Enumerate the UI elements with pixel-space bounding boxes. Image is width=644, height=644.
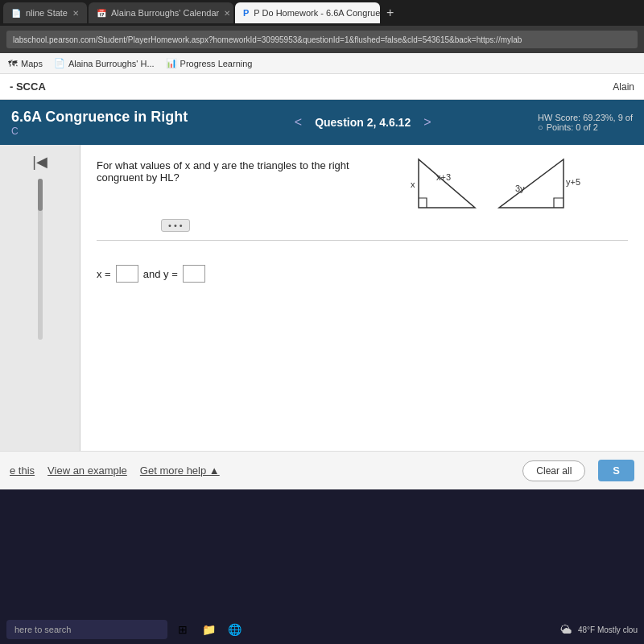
answer-area: x = and y = (97, 265, 628, 283)
weather-icon: 🌥 (560, 623, 572, 636)
bookmarks-bar: 🗺 Maps 📄 Alaina Burroughs' H... 📊 Progre… (0, 53, 644, 74)
tab-label-3: P Do Homework - 6.6A Congruen (254, 8, 380, 18)
tab-favicon-3: P (243, 8, 249, 18)
svg-text:x+3: x+3 (436, 172, 451, 182)
hw-score: HW Score: 69.23%, 9 of (538, 113, 633, 122)
main-content: - SCCA Alain 6.6A Congruence in Right C … (0, 74, 644, 489)
triangles-diagram: x x+3 3y y+5 (411, 151, 588, 224)
question-nav: < Question 2, 4.6.12 > (196, 114, 530, 131)
diagram-area: x x+3 3y y+5 (394, 159, 588, 227)
browser-chrome: 📄 nline State ✕ 📅 Alaina Burroughs' Cale… (0, 0, 644, 74)
bookmark-alaina[interactable]: 📄 Alaina Burroughs' H... (54, 58, 155, 69)
tab-close-2[interactable]: ✕ (224, 9, 230, 18)
tab-close-1[interactable]: ✕ (72, 9, 79, 18)
taskbar-chrome-icon[interactable]: 🌐 (225, 621, 243, 638)
lesson-header: 6.6A Congruence in Right C < Question 2,… (0, 100, 644, 145)
bottom-toolbar: e this View an example Get more help ▲ C… (0, 451, 644, 489)
tab-label-2: Alaina Burroughs' Calendar (111, 8, 219, 18)
taskbar-search-box[interactable]: here to search (6, 620, 167, 639)
get-help-button[interactable]: Get more help ▲ (140, 464, 220, 477)
answer-x-input[interactable] (116, 265, 138, 283)
address-text: labschool.pearson.com/Student/PlayerHome… (13, 35, 522, 44)
taskbar-search-placeholder: here to search (14, 625, 71, 634)
bookmark-maps-label: Maps (21, 59, 43, 68)
question-area: |◀ For what values of x and y are the tr… (0, 145, 644, 451)
question-sidebar: |◀ (0, 145, 80, 451)
back-arrow-button[interactable]: |◀ (32, 153, 47, 171)
expand-diagram-button[interactable]: • • • (161, 219, 190, 232)
tab-calendar[interactable]: 📅 Alaina Burroughs' Calendar ✕ (89, 2, 233, 23)
tab-homework[interactable]: P P Do Homework - 6.6A Congruen ✕ (235, 2, 380, 23)
tab-online-state[interactable]: 📄 nline State ✕ (3, 2, 87, 23)
address-bar[interactable]: labschool.pearson.com/Student/PlayerHome… (6, 31, 638, 48)
divider (97, 240, 628, 241)
answer-x-prefix: x = (97, 268, 111, 280)
scroll-thumb (38, 179, 43, 211)
bookmark-alaina-label: Alaina Burroughs' H... (68, 59, 155, 68)
tab-favicon-2: 📅 (97, 9, 106, 18)
alaina-icon: 📄 (54, 58, 65, 69)
progress-icon: 📊 (166, 58, 177, 69)
question-text: For what values of x and y are the trian… (97, 159, 370, 184)
taskbar-windows-icon[interactable]: ⊞ (174, 621, 192, 638)
question-label: Question 2, 4.6.12 (315, 116, 411, 129)
lesson-title: 6.6A Congruence in Right (11, 109, 188, 126)
bookmark-progress[interactable]: 📊 Progress Learning (166, 58, 253, 69)
question-main: For what values of x and y are the trian… (80, 145, 644, 451)
tab-label-1: nline State (26, 8, 68, 18)
svg-text:x: x (411, 180, 415, 189)
bookmark-maps[interactable]: 🗺 Maps (6, 58, 43, 69)
taskbar-icons: ⊞ 📁 🌐 (174, 621, 243, 638)
tab-favicon-1: 📄 (11, 9, 21, 18)
svg-text:3y: 3y (515, 184, 525, 193)
maps-icon: 🗺 (6, 58, 18, 69)
scroll-track[interactable] (38, 179, 43, 340)
clear-all-button[interactable]: Clear all (522, 460, 585, 481)
address-bar-row: labschool.pearson.com/Student/PlayerHome… (0, 26, 644, 53)
score-circle: ○ (538, 122, 543, 132)
site-user: Alain (613, 81, 634, 93)
site-header: - SCCA Alain (0, 74, 644, 100)
tab-bar: 📄 nline State ✕ 📅 Alaina Burroughs' Cale… (0, 0, 644, 26)
prev-question-button[interactable]: < (288, 114, 308, 131)
taskbar-right: 🌥 48°F Mostly clou (560, 623, 638, 636)
answer-and-label: and y = (143, 268, 178, 280)
points-label: Points: 0 of 2 (547, 122, 598, 132)
save-this-button[interactable]: e this (10, 464, 35, 477)
answer-y-input[interactable] (183, 265, 205, 283)
svg-text:y+5: y+5 (566, 177, 580, 187)
taskbar-files-icon[interactable]: 📁 (200, 621, 217, 638)
taskbar: here to search ⊞ 📁 🌐 🌥 48°F Mostly clou (0, 615, 644, 644)
site-brand: - SCCA (10, 80, 46, 93)
weather-label: 48°F Mostly clou (578, 625, 638, 634)
lesson-subtitle: C (11, 126, 188, 137)
points-line: ○ Points: 0 of 2 (538, 122, 633, 132)
new-tab-button[interactable]: + (382, 6, 398, 20)
bookmark-progress-label: Progress Learning (180, 59, 253, 68)
view-example-button[interactable]: View an example (47, 464, 127, 477)
score-info: HW Score: 69.23%, 9 of ○ Points: 0 of 2 (538, 113, 633, 132)
next-question-button[interactable]: > (417, 114, 437, 131)
submit-button[interactable]: S (598, 460, 634, 481)
